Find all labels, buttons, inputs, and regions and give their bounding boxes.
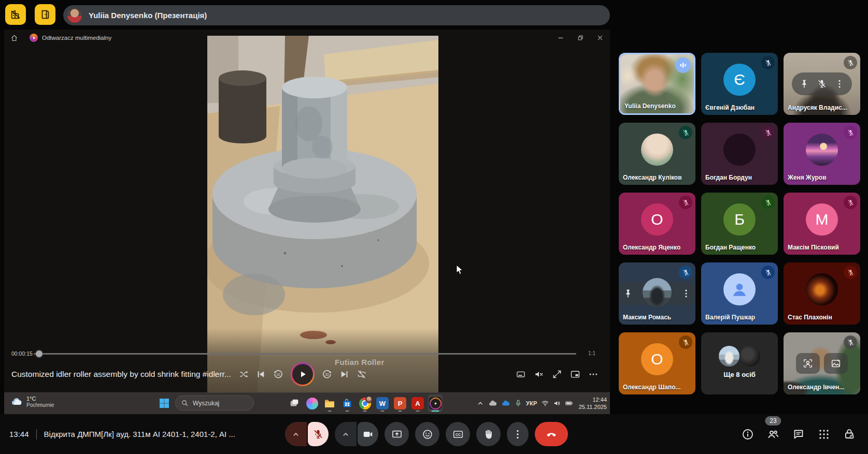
player-controls: Customized idler roller assembly by cold… xyxy=(4,361,610,387)
mouse-cursor xyxy=(456,265,464,275)
participants-grid: Yuliia Denysenko Є Євгеній Дзюбан Андрус… xyxy=(619,53,860,394)
taskbar-search[interactable]: Wyszukaj xyxy=(175,396,254,411)
onedrive-icon[interactable] xyxy=(501,399,510,408)
tray-chevron-up[interactable] xyxy=(476,399,485,407)
battery-icon[interactable] xyxy=(565,399,573,407)
avatar: Є xyxy=(723,64,756,96)
participant-tile-ivchenko[interactable]: Олександр Івчен... xyxy=(784,332,860,394)
mic-muted-badge xyxy=(844,126,857,139)
close-button[interactable] xyxy=(590,30,610,46)
skip-back-10-button[interactable]: 10 xyxy=(273,369,284,380)
pin-button[interactable] xyxy=(799,79,809,89)
mute-button[interactable] xyxy=(534,369,544,379)
microsoft-store-button[interactable] xyxy=(340,394,354,412)
divider xyxy=(36,429,37,440)
captions-button[interactable]: CC xyxy=(446,422,470,446)
start-button[interactable] xyxy=(158,397,170,409)
shuffle-button[interactable] xyxy=(238,369,249,379)
activities-button[interactable] xyxy=(818,428,830,441)
fullscreen-button[interactable] xyxy=(552,369,562,379)
door-shortcut-button[interactable] xyxy=(35,4,55,25)
skip-forward-30-button[interactable]: 30 xyxy=(321,369,333,380)
avatar-photo xyxy=(641,134,673,166)
play-button[interactable] xyxy=(291,362,315,386)
file-explorer-button[interactable] xyxy=(322,394,337,412)
camera-control xyxy=(335,422,378,446)
reactions-button[interactable] xyxy=(415,422,439,446)
participant-tile-yevhenii-dziuban[interactable]: Є Євгеній Дзюбан xyxy=(701,53,778,115)
acrobat-button[interactable]: A xyxy=(410,394,425,412)
presenter-banner[interactable]: Yuliia Denysenko (Презентація) xyxy=(63,5,610,25)
next-track-button[interactable] xyxy=(339,369,350,379)
participant-tile-rashchenko[interactable]: Б Богдан Ращенко xyxy=(701,193,778,255)
participants-button[interactable]: 23 xyxy=(767,428,779,441)
mic-muted-badge xyxy=(844,266,857,279)
seek-knob[interactable] xyxy=(36,350,42,357)
participant-tile-yatsenko[interactable]: О Олександр Яценко xyxy=(619,193,695,255)
home-button[interactable] xyxy=(10,34,18,42)
restore-button[interactable] xyxy=(571,30,590,46)
task-view-button[interactable] xyxy=(287,394,302,412)
camera-options-chevron[interactable] xyxy=(335,422,357,446)
minimize-button[interactable] xyxy=(551,30,571,46)
mini-player-button[interactable] xyxy=(570,369,580,379)
leave-call-button[interactable] xyxy=(535,422,568,446)
tray-microphone-icon[interactable] xyxy=(514,399,522,407)
participant-tile-shapo[interactable]: О Олександр Шапо... xyxy=(619,332,695,394)
change-background-button[interactable] xyxy=(824,353,848,374)
participant-tile-plakhonin[interactable]: Стас Плахонін xyxy=(784,262,860,325)
volume-icon[interactable] xyxy=(553,399,561,407)
mic-options-chevron[interactable] xyxy=(285,422,307,446)
tray-cloud-gray-icon[interactable] xyxy=(488,399,497,408)
copilot-button[interactable] xyxy=(305,394,319,412)
raise-hand-button[interactable] xyxy=(476,422,501,446)
mic-muted-button[interactable] xyxy=(308,422,329,446)
host-controls-button[interactable] xyxy=(843,428,856,441)
seek-bar[interactable] xyxy=(34,353,576,355)
participant-tile-bordun[interactable]: Богдан Бордун xyxy=(701,123,778,185)
captions-button[interactable] xyxy=(516,369,526,379)
previous-track-button[interactable] xyxy=(255,369,266,379)
media-player-taskbar-button[interactable] xyxy=(428,394,443,412)
mic-muted-badge xyxy=(844,196,857,209)
buildings-slash-shortcut-button[interactable] xyxy=(5,4,26,25)
chat-button[interactable] xyxy=(792,428,805,441)
cc-icon: CC xyxy=(452,429,464,440)
wifi-icon[interactable] xyxy=(541,399,549,407)
participant-tile-piskovyi[interactable]: М Максім Пісковий xyxy=(784,193,860,255)
meeting-title: Відкрита ДМПМ[Лк] ауд. 311м АІ 2401-1, 2… xyxy=(44,430,235,438)
repeat-off-button[interactable] xyxy=(357,369,367,379)
chrome-button[interactable] xyxy=(358,394,372,412)
mute-participant-button[interactable] xyxy=(817,79,827,89)
participant-tile-pushkar[interactable]: Валерій Пушкар xyxy=(701,262,778,325)
camera-button[interactable] xyxy=(358,422,378,446)
participant-name: Валерій Пушкар xyxy=(705,314,755,321)
overflow-label: Ще 8 осіб xyxy=(701,371,778,378)
tile-hover-controls xyxy=(792,72,852,95)
apply-visual-effects-button[interactable] xyxy=(796,353,820,374)
tile-hover-controls xyxy=(796,353,848,374)
pin-button[interactable] xyxy=(623,288,633,299)
taskbar-weather-widget[interactable]: 1°C Pochmurnie xyxy=(10,395,54,408)
avatar-photo xyxy=(806,134,838,166)
word-button[interactable]: W xyxy=(375,394,390,412)
chrome-icon xyxy=(359,398,371,409)
more-options-button[interactable] xyxy=(507,422,529,446)
participant-tile-andrusiak[interactable]: Андрусяк Владис... xyxy=(784,53,860,115)
participant-tile-yuliia-denysenko[interactable]: Yuliia Denysenko xyxy=(619,53,695,115)
overflow-tile-more-people[interactable]: Ще 8 осіб xyxy=(701,332,778,394)
present-screen-button[interactable] xyxy=(385,422,409,446)
video-frame[interactable] xyxy=(207,36,438,392)
video-watermark: Futian Roller xyxy=(335,358,385,367)
participant-tile-zhurov[interactable]: Женя Журов xyxy=(784,123,860,185)
participant-tile-romas[interactable]: Максим Ромась xyxy=(619,262,695,325)
more-options-button[interactable] xyxy=(681,288,691,299)
taskbar-clock[interactable]: 12:44 25.11.2025 xyxy=(579,396,607,411)
language-indicator[interactable]: УКР xyxy=(526,400,537,406)
powerpoint-button[interactable]: P xyxy=(393,394,407,412)
participant-tile-kulikov[interactable]: Олександр Куліков xyxy=(619,123,695,185)
more-options-button[interactable] xyxy=(834,79,845,89)
more-options-button[interactable] xyxy=(588,369,599,379)
meeting-details-button[interactable] xyxy=(742,428,754,441)
zoom-ratio-label: 1:1 xyxy=(588,350,595,356)
